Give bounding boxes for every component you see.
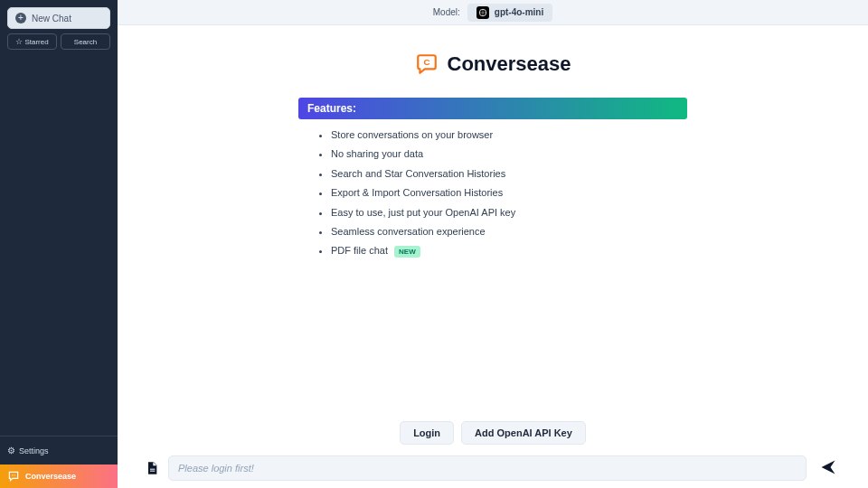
features-header: Features: [298, 98, 687, 119]
feature-item: Search and Star Conversation Histories [331, 167, 678, 181]
feature-text: PDF file chat [331, 245, 388, 256]
topbar: Model: gpt-4o-mini [118, 0, 868, 25]
login-button[interactable]: Login [400, 421, 454, 445]
sidebar-top: + New Chat Starred Search [0, 0, 118, 57]
hero: C Conversease [415, 52, 571, 76]
openai-icon [476, 6, 489, 19]
star-icon [15, 37, 23, 46]
svg-point-1 [14, 474, 15, 475]
features-card: Features: Store conversations on your br… [298, 98, 687, 264]
feature-text: Export & Import Conversation Histories [331, 187, 503, 198]
brand-footer[interactable]: Conversease [0, 465, 118, 488]
hero-title: Conversease [448, 52, 571, 76]
cta-row: Login Add OpenAI API Key [118, 421, 868, 445]
svg-rect-4 [150, 469, 155, 470]
chat-bubble-icon: C [415, 52, 439, 76]
model-name: gpt-4o-mini [495, 7, 543, 17]
model-label: Model: [433, 7, 460, 17]
add-api-key-button[interactable]: Add OpenAI API Key [461, 421, 586, 445]
plus-icon: + [15, 13, 26, 23]
feature-text: No sharing your data [331, 148, 423, 159]
features-list: Store conversations on your browser No s… [298, 119, 687, 258]
conversation-list-empty [0, 57, 118, 436]
content: C Conversease Features: Store conversati… [118, 25, 868, 488]
chat-bubble-icon [7, 470, 20, 483]
feature-item: No sharing your data [331, 147, 678, 161]
sidebar: + New Chat Starred Search Settings Conve… [0, 0, 118, 488]
chat-input[interactable] [168, 455, 807, 481]
feature-item: Export & Import Conversation Histories [331, 186, 678, 200]
sidebar-bottom: Settings Conversease [0, 436, 118, 488]
feature-text: Store conversations on your browser [331, 129, 493, 140]
svg-rect-5 [150, 471, 155, 472]
model-selector[interactable]: gpt-4o-mini [467, 4, 552, 22]
new-chat-button[interactable]: + New Chat [7, 7, 110, 29]
feature-item: Seamless conversation experience [331, 225, 678, 239]
feature-text: Search and Star Conversation Histories [331, 168, 505, 179]
feature-text: Seamless conversation experience [331, 226, 486, 237]
settings-button[interactable]: Settings [0, 436, 118, 465]
gear-icon [7, 446, 15, 455]
brand-label: Conversease [25, 472, 76, 481]
new-badge: NEW [394, 246, 420, 258]
feature-item: Store conversations on your browser [331, 128, 678, 142]
feature-item: Easy to use, just put your OpenAI API ke… [331, 206, 678, 220]
file-attach-icon[interactable] [145, 459, 159, 477]
starred-button[interactable]: Starred [7, 33, 57, 50]
svg-text:C: C [423, 57, 429, 67]
input-bar [145, 455, 841, 481]
main: Model: gpt-4o-mini C Conversease Feature… [118, 0, 868, 488]
sidebar-search-label: Search [74, 38, 97, 46]
sidebar-actions: Starred Search [7, 33, 110, 50]
settings-label: Settings [19, 446, 49, 455]
send-button[interactable] [816, 458, 841, 479]
feature-text: Easy to use, just put your OpenAI API ke… [331, 207, 515, 218]
send-icon [819, 458, 837, 476]
feature-item: PDF file chat NEW [331, 244, 678, 258]
starred-label: Starred [24, 38, 48, 46]
sidebar-search-button[interactable]: Search [61, 33, 110, 50]
new-chat-label: New Chat [32, 14, 71, 23]
svg-point-0 [12, 474, 13, 475]
